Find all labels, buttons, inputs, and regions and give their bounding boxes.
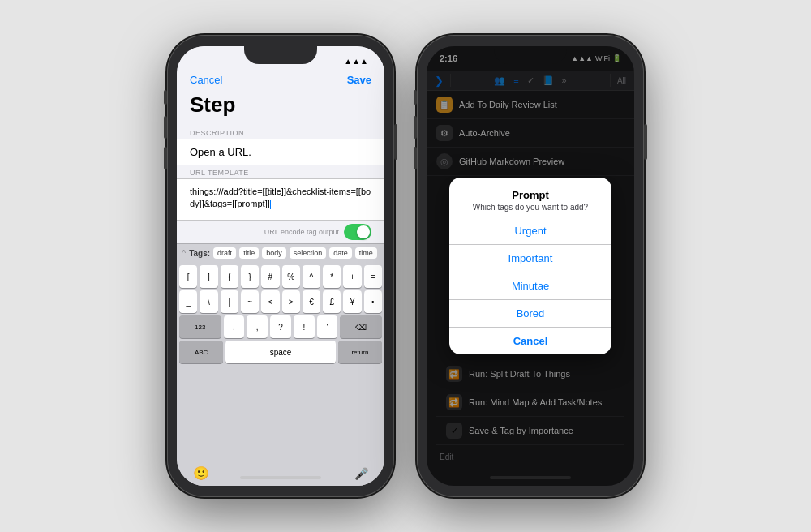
status-icons: ▲▲▲ <box>344 57 368 66</box>
toggle-label: URL encode tag output <box>264 228 339 236</box>
nav-bar: Cancel Save <box>177 69 384 91</box>
key-delete[interactable]: ⌫ <box>340 315 382 338</box>
phone-1-screen: ▲▲▲ Cancel Save Step DESCRIPTION Open a … <box>177 46 384 486</box>
url-encode-toggle[interactable] <box>344 224 371 240</box>
key-period[interactable]: . <box>224 315 245 338</box>
key-greater-than[interactable]: > <box>282 290 300 313</box>
prompt-overlay: Prompt Which tags do you want to add? Ur… <box>427 46 634 486</box>
mute-button-2 <box>414 90 417 105</box>
prompt-subtitle: Which tags do you want to add? <box>462 203 599 212</box>
keyboard: [ ] { } # % ^ * + = _ \ | <box>177 262 384 461</box>
volume-up-button-2 <box>414 116 417 139</box>
save-button[interactable]: Save <box>347 74 371 86</box>
cancel-button[interactable]: Cancel <box>190 74 222 86</box>
url-template-label: URL TEMPLATE <box>177 165 384 178</box>
key-abc[interactable]: ABC <box>179 341 223 363</box>
key-exclaim[interactable]: ! <box>294 315 315 338</box>
home-indicator <box>240 476 321 479</box>
key-return[interactable]: return <box>338 341 382 363</box>
kb-row-1: [ ] { } # % ^ * + = <box>179 265 382 288</box>
volume-down-button <box>164 147 167 169</box>
key-question[interactable]: ? <box>270 315 291 338</box>
volume-up-button <box>164 116 167 139</box>
power-button-2 <box>644 124 647 160</box>
kb-row-3: 123 . , ? ! ' ⌫ <box>179 315 382 338</box>
key-less-than[interactable]: < <box>261 290 279 313</box>
key-euro[interactable]: € <box>303 290 320 313</box>
tag-bar: ^ Tags: draft title body selection date … <box>177 243 384 262</box>
phone-2-screen: 2:16 ▲▲▲ WiFi 🔋 ❯ 👥 ≡ ✓ 📘 » <box>427 46 634 486</box>
description-label: DESCRIPTION <box>177 126 384 139</box>
key-space[interactable]: space <box>225 341 336 363</box>
prompt-option-important[interactable]: Important <box>449 245 611 272</box>
key-close-bracket[interactable]: ] <box>200 265 217 288</box>
key-yen[interactable]: ¥ <box>343 290 361 313</box>
kb-row-4: ABC space return <box>179 341 382 363</box>
volume-down-button-2 <box>414 147 417 169</box>
key-apostrophe[interactable]: ' <box>317 315 338 338</box>
key-backslash[interactable]: \ <box>200 290 217 313</box>
tag-draft[interactable]: draft <box>213 247 236 259</box>
key-tilde[interactable]: ~ <box>241 290 259 313</box>
key-equals[interactable]: = <box>364 265 382 288</box>
toggle-row: URL encode tag output <box>177 221 384 243</box>
phone-2: 2:16 ▲▲▲ WiFi 🔋 ❯ 👥 ≡ ✓ 📘 » <box>417 35 644 497</box>
tag-title[interactable]: title <box>239 247 259 259</box>
key-pound[interactable]: £ <box>323 290 341 313</box>
key-pipe[interactable]: | <box>221 290 238 313</box>
prompt-option-urgent[interactable]: Urgent <box>449 217 611 245</box>
prompt-option-bored[interactable]: Bored <box>449 300 611 328</box>
prompt-dialog: Prompt Which tags do you want to add? Ur… <box>449 178 611 354</box>
page-title: Step <box>177 91 384 126</box>
tag-time[interactable]: time <box>355 247 377 259</box>
key-123[interactable]: 123 <box>179 315 221 338</box>
key-hash[interactable]: # <box>261 265 279 288</box>
key-bullet[interactable]: • <box>364 290 382 313</box>
description-field[interactable]: Open a URL. <box>177 139 384 165</box>
key-plus[interactable]: + <box>343 265 361 288</box>
tag-date[interactable]: date <box>329 247 352 259</box>
prompt-header: Prompt Which tags do you want to add? <box>449 178 611 217</box>
prompt-cancel-button[interactable]: Cancel <box>449 328 611 354</box>
key-open-brace[interactable]: { <box>221 265 238 288</box>
key-close-brace[interactable]: } <box>241 265 259 288</box>
power-button <box>394 124 397 160</box>
caret-icon: ^ <box>182 248 186 258</box>
prompt-title: Prompt <box>462 189 599 201</box>
key-open-bracket[interactable]: [ <box>179 265 197 288</box>
key-comma[interactable]: , <box>247 315 268 338</box>
dictation-icon[interactable]: 🎤 <box>354 467 368 480</box>
key-caret[interactable]: ^ <box>303 265 320 288</box>
tag-body[interactable]: body <box>262 247 286 259</box>
url-template-field[interactable]: things:///add?title=[[title]]&checklist-… <box>177 178 384 221</box>
scene: ▲▲▲ Cancel Save Step DESCRIPTION Open a … <box>0 0 811 532</box>
prompt-option-minutae[interactable]: Minutae <box>449 272 611 300</box>
phone-1: ▲▲▲ Cancel Save Step DESCRIPTION Open a … <box>167 35 394 497</box>
notch <box>244 46 317 64</box>
mute-button <box>164 90 167 105</box>
tags-label: Tags: <box>189 249 210 258</box>
key-percent[interactable]: % <box>282 265 300 288</box>
tag-selection[interactable]: selection <box>290 247 327 259</box>
key-asterisk[interactable]: * <box>323 265 341 288</box>
key-underscore[interactable]: _ <box>179 290 197 313</box>
emoji-icon[interactable]: 🙂 <box>193 466 209 481</box>
kb-row-2: _ \ | ~ < > € £ ¥ • <box>179 290 382 313</box>
